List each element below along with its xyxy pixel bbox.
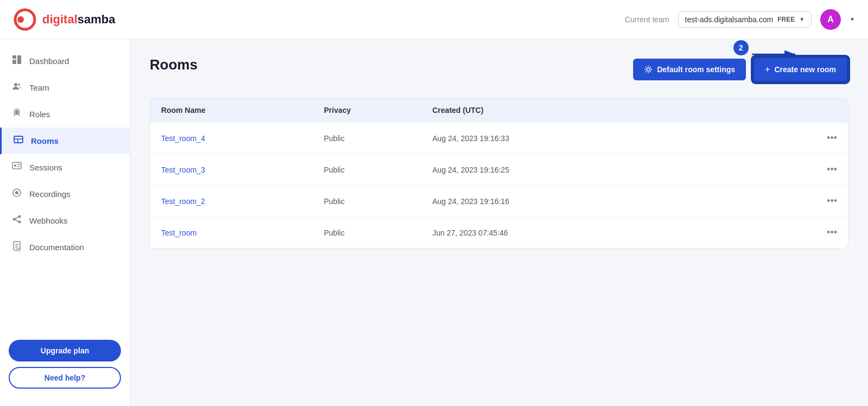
sidebar-item-documentation-label: Documentation [29,243,84,252]
sidebar-item-rooms[interactable]: Rooms [0,128,130,154]
svg-rect-2 [12,60,16,64]
svg-line-21 [15,217,18,219]
room-more-button-2[interactable]: ••• [805,195,837,207]
room-more-button-0[interactable]: ••• [805,132,837,144]
room-privacy-0: Public [324,134,432,143]
room-created-3: Jun 27, 2023 07:45:46 [432,229,805,237]
table-row: Test_room Public Jun 27, 2023 07:45:46 •… [150,217,848,248]
avatar-dropdown-arrow[interactable]: ▼ [850,16,855,22]
svg-point-7 [15,110,18,113]
sidebar-item-dashboard-label: Dashboard [29,56,69,66]
room-more-button-1[interactable]: ••• [805,164,837,175]
content-header: Rooms 2 Default room settings [150,56,848,83]
page-title: Rooms [150,56,197,73]
svg-rect-9 [14,136,23,143]
svg-point-1 [17,16,24,23]
svg-point-13 [14,164,16,167]
team-selector[interactable]: test-ads.digitalsamba.com FREE ▼ [678,11,812,28]
main-layout: Dashboard Team Roles Rooms [0,39,868,406]
sidebar-item-webhooks[interactable]: Webhooks [0,207,130,234]
room-link-0[interactable]: Test_room_4 [161,134,324,143]
roles-icon [11,107,23,121]
recordings-icon [11,187,23,201]
sidebar-item-documentation[interactable]: Documentation [0,234,130,261]
room-privacy-2: Public [324,197,432,206]
webhooks-icon [11,214,23,227]
dashboard-icon [11,54,23,68]
sidebar-item-recordings-label: Recordings [29,189,71,199]
room-link-1[interactable]: Test_room_3 [161,166,324,174]
rooms-icon [12,134,24,148]
room-created-0: Aug 24, 2023 19:16:33 [432,134,805,143]
svg-rect-3 [17,55,21,64]
col-header-name: Room Name [161,106,324,115]
sidebar-item-roles[interactable]: Roles [0,101,130,128]
room-link-2[interactable]: Test_room_2 [161,197,324,206]
annotation-circle-2: 2 [733,40,749,55]
table-row: Test_room_2 Public Aug 24, 2023 19:16:16… [150,185,848,217]
col-header-created: Created (UTC) [432,106,805,115]
header-right: Current team test-ads.digitalsamba.com F… [625,9,855,30]
need-help-button[interactable]: Need help? [9,367,121,389]
svg-point-17 [15,191,18,194]
sidebar-item-team-label: Team [29,83,49,92]
team-name: test-ads.digitalsamba.com [685,15,774,24]
sidebar-item-rooms-label: Rooms [31,136,59,145]
table-row: Test_room_3 Public Aug 24, 2023 19:16:25… [150,154,848,185]
svg-point-19 [18,215,21,218]
room-created-2: Aug 24, 2023 19:16:16 [432,197,805,206]
svg-point-6 [18,84,21,86]
header-actions: 2 Default room settings + Create new [633,56,848,83]
plus-icon: + [765,65,770,74]
room-created-1: Aug 24, 2023 19:16:25 [432,166,805,174]
sidebar-item-recordings[interactable]: Recordings [0,181,130,207]
svg-point-32 [647,68,650,71]
team-dropdown-arrow[interactable]: ▼ [799,16,805,22]
default-room-settings-button[interactable]: Default room settings [633,59,746,80]
table-header: Room Name Privacy Created (UTC) [150,98,848,122]
settings-icon [644,65,653,74]
svg-point-20 [18,221,21,224]
sidebar: Dashboard Team Roles Rooms [0,39,130,406]
sidebar-item-sessions[interactable]: Sessions [0,154,130,181]
room-more-button-3[interactable]: ••• [805,227,837,238]
team-plan-badge: FREE [777,16,795,23]
room-link-3[interactable]: Test_room [161,229,324,237]
table-row: Test_room_4 Public Aug 24, 2023 19:16:33… [150,122,848,154]
svg-point-29 [18,250,19,251]
sidebar-item-roles-label: Roles [29,110,50,119]
app-header: digitalsamba Current team test-ads.digit… [0,0,868,39]
col-header-actions [805,106,837,115]
room-privacy-3: Public [324,229,432,237]
logo: digitalsamba [13,8,116,31]
room-privacy-1: Public [324,166,432,174]
team-icon [11,81,23,94]
sidebar-item-webhooks-label: Webhooks [29,216,68,225]
svg-rect-12 [12,162,21,169]
sidebar-item-dashboard[interactable]: Dashboard [0,48,130,74]
logo-text: digitalsamba [42,12,116,27]
upgrade-plan-button[interactable]: Upgrade plan [9,340,121,361]
avatar[interactable]: A [820,9,841,30]
sidebar-item-team[interactable]: Team [0,74,130,101]
col-header-privacy: Privacy [324,106,432,115]
documentation-icon [11,240,23,254]
svg-rect-4 [12,55,16,59]
main-content: 1 Rooms 2 Default room [130,39,868,406]
rooms-table: Room Name Privacy Created (UTC) Test_roo… [150,98,848,249]
create-new-room-button[interactable]: + Create new room [752,56,848,83]
logo-icon [13,8,37,31]
sidebar-bottom: Upgrade plan Need help? [0,331,130,397]
svg-point-5 [14,83,17,86]
sidebar-nav: Dashboard Team Roles Rooms [0,48,130,331]
current-team-label: Current team [625,15,669,24]
svg-line-22 [15,220,18,221]
svg-point-18 [13,218,16,221]
sessions-icon [11,161,23,174]
sidebar-item-sessions-label: Sessions [29,163,62,172]
